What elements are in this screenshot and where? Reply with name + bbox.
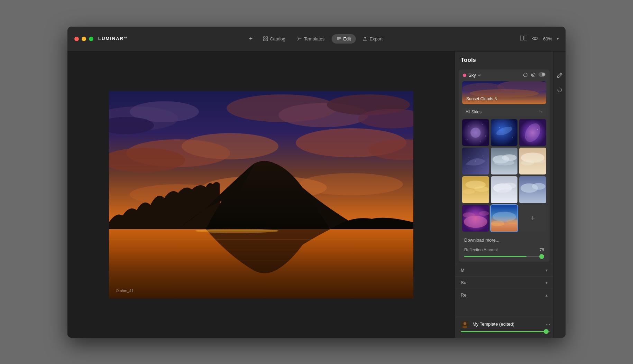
toggle-icon[interactable] — [539, 72, 545, 78]
template-row: My Template (edited) ··· — [455, 317, 566, 331]
download-more-button[interactable]: Download more... — [459, 234, 550, 245]
sky-grid: + — [462, 119, 546, 232]
svg-point-69 — [529, 125, 530, 126]
sky-thumbnail-4[interactable] — [462, 148, 489, 175]
template-avatar — [461, 320, 469, 328]
sky-actions — [523, 72, 545, 78]
minimize-button[interactable] — [82, 37, 86, 41]
sky-thumbnail-9[interactable] — [519, 176, 546, 203]
svg-point-76 — [467, 168, 467, 168]
template-section: My Template (edited) ··· — [455, 317, 566, 338]
slider-thumb[interactable] — [539, 254, 544, 259]
mask-chevron-icon: ▾ — [545, 268, 548, 273]
sky-thumbnail-6[interactable] — [519, 148, 546, 175]
relight-label: Re — [461, 292, 467, 298]
svg-point-77 — [484, 168, 484, 168]
sky-thumbnail-1[interactable] — [462, 119, 489, 146]
svg-point-56 — [470, 128, 480, 138]
relight-section[interactable]: Re ▴ — [455, 289, 553, 301]
close-button[interactable] — [74, 37, 79, 41]
app-window: LUMINARAI + Catalog Templates — [67, 27, 566, 338]
history-icon[interactable] — [557, 87, 563, 94]
svg-point-73 — [475, 161, 476, 161]
svg-point-88 — [463, 189, 475, 194]
svg-point-66 — [512, 137, 513, 138]
svg-point-74 — [469, 158, 469, 158]
reflection-amount-row: Reflection Amount 78 — [459, 245, 550, 256]
relight-chevron-icon: ▴ — [545, 293, 548, 298]
sky-category-dropdown[interactable]: All Skies ⌃↕ — [462, 108, 546, 116]
panel-title: Tools — [461, 57, 476, 64]
sky-header: Sky AI — [459, 69, 550, 81]
nav-templates[interactable]: Templates — [292, 34, 329, 44]
sky-thumbnail-5[interactable] — [491, 148, 518, 175]
nav-center: + Catalog Templates — [246, 33, 388, 45]
add-button[interactable]: + — [246, 33, 256, 45]
svg-point-65 — [511, 125, 511, 126]
svg-point-106 — [464, 322, 466, 325]
dropdown-label: All Skies — [466, 110, 481, 114]
svg-point-96 — [532, 183, 545, 189]
panel-content: Sky AI — [455, 67, 566, 317]
template-menu-icon[interactable]: ··· — [546, 321, 550, 327]
svg-point-89 — [474, 186, 489, 192]
sky-thumbnail-11[interactable] — [491, 205, 518, 232]
zoom-chevron-icon[interactable]: ▾ — [557, 37, 559, 41]
slider-track — [464, 256, 544, 257]
sky-thumbnail-10[interactable] — [462, 205, 489, 232]
svg-point-26 — [299, 173, 403, 195]
svg-point-75 — [482, 156, 483, 156]
nav-right: 60% ▾ — [520, 36, 559, 42]
svg-point-61 — [480, 141, 481, 141]
svg-point-92 — [503, 183, 516, 188]
svg-point-103 — [491, 221, 504, 226]
mask-label: M — [461, 268, 465, 273]
svg-point-21 — [182, 133, 278, 159]
nav-catalog[interactable]: Catalog — [258, 34, 290, 44]
photo-canvas — [109, 91, 413, 298]
sky-thumbnail-3[interactable] — [519, 119, 546, 146]
sky-label: Sky AI — [463, 73, 480, 78]
sky-thumbnail-8[interactable] — [491, 176, 518, 203]
photo-area: © ohm_41 — [67, 52, 455, 338]
svg-rect-0 — [263, 37, 265, 38]
nav-export[interactable]: Export — [358, 34, 388, 44]
reflection-value: 78 — [540, 248, 544, 252]
undo-icon[interactable] — [523, 72, 528, 78]
add-sky-button[interactable]: + — [519, 205, 546, 232]
view-mode-icon[interactable] — [520, 36, 527, 42]
zoom-label[interactable]: 60% — [543, 36, 552, 41]
slider-fill — [464, 256, 526, 257]
reflection-slider[interactable] — [459, 256, 550, 262]
svg-point-85 — [533, 159, 545, 164]
template-slider[interactable] — [455, 331, 566, 338]
svg-line-42 — [560, 74, 561, 75]
svg-point-60 — [467, 139, 468, 140]
catalog-icon — [263, 36, 268, 41]
template-slider-track — [461, 331, 550, 332]
svg-point-9 — [534, 38, 536, 39]
panel-header: Tools — [455, 52, 566, 67]
sky-preview-label: Sunset Clouds 3 — [466, 96, 497, 101]
app-name: LUMINARAI — [98, 36, 127, 41]
target-icon[interactable] — [531, 72, 536, 78]
svg-point-57 — [468, 125, 469, 126]
right-panel: Tools — [455, 52, 566, 338]
edit-icon — [336, 36, 341, 41]
sky-preview[interactable]: Sunset Clouds 3 — [462, 81, 546, 104]
eye-icon[interactable] — [532, 36, 538, 42]
sky-thumbnail-2[interactable] — [491, 119, 518, 146]
nav-edit[interactable]: Edit — [331, 34, 356, 44]
maximize-button[interactable] — [89, 37, 93, 41]
scene-section[interactable]: Sc ▾ — [455, 276, 553, 289]
sky-thumbnail-7[interactable] — [462, 176, 489, 203]
template-info: My Template (edited) — [461, 320, 514, 328]
brush-icon[interactable] — [557, 72, 563, 80]
mask-section[interactable]: M ▾ — [455, 264, 553, 276]
template-slider-thumb[interactable] — [544, 329, 549, 334]
template-slider-fill — [461, 331, 547, 332]
template-name: My Template (edited) — [473, 321, 514, 327]
sky-ai-badge: AI — [478, 74, 481, 77]
titlebar: LUMINARAI + Catalog Templates — [67, 27, 566, 52]
svg-rect-3 — [266, 39, 267, 41]
